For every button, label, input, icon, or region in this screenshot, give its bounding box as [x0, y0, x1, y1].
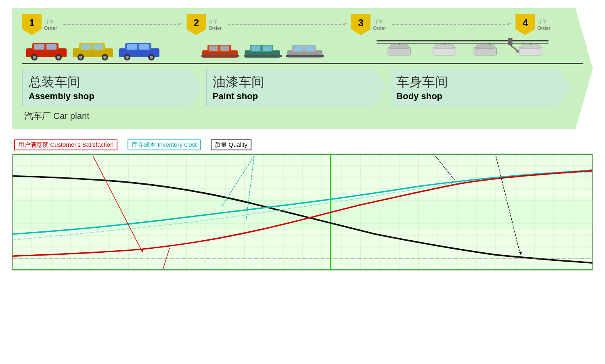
assembly-cars — [22, 38, 198, 60]
arrow-3: → — [392, 24, 510, 25]
chart-svg — [12, 154, 593, 270]
paint-shop-block: 油漆车间 Paint shop — [206, 69, 387, 106]
car-plant-section: 1 订单 Order → 2 订单 Order → — [12, 8, 593, 129]
svg-line-46 — [510, 45, 517, 50]
svg-point-5 — [33, 56, 36, 59]
svg-point-21 — [126, 56, 129, 59]
arrow-1: → — [63, 24, 181, 25]
legend-satisfaction: 用户满意度 Customer's Satisfaction — [14, 139, 117, 150]
car-blue — [117, 38, 161, 60]
body-shop-block: 车身车间 Body shop — [390, 69, 571, 106]
order-en-4: Order — [537, 25, 551, 31]
svg-rect-2 — [34, 44, 44, 50]
order-en-3: Order — [373, 25, 386, 31]
order-en-2: Order — [208, 25, 222, 31]
svg-rect-53 — [476, 45, 494, 49]
legend-inventory-label: 库存成本 Inventory Cost — [132, 141, 197, 149]
paint-car-1 — [200, 38, 241, 60]
main-container: 1 订单 Order → 2 订单 Order → — [0, 0, 605, 364]
svg-rect-55 — [521, 45, 540, 49]
order-label-4: 订单 Order — [537, 19, 551, 31]
orders-row: 1 订单 Order → 2 订单 Order → — [22, 14, 583, 35]
assembly-shop-en: Assembly shop — [29, 91, 197, 102]
svg-rect-26 — [209, 46, 218, 51]
arrow-2: → — [228, 24, 345, 25]
svg-rect-49 — [390, 45, 408, 49]
svg-point-13 — [79, 56, 82, 59]
paint-cars — [198, 38, 374, 60]
order-cn-3: 订单 — [373, 19, 386, 25]
body-shop-conveyor — [375, 38, 551, 60]
badge-group-3: 3 订单 Order — [351, 14, 386, 35]
legend-inventory: 库存成本 Inventory Cost — [128, 139, 201, 150]
svg-point-23 — [150, 56, 153, 59]
legend-satisfaction-label: 用户满意度 Customer's Satisfaction — [18, 141, 113, 149]
svg-rect-32 — [263, 46, 272, 51]
svg-rect-19 — [139, 44, 149, 50]
order-label-1: 订单 Order — [44, 19, 57, 31]
body-shop-cn: 车身车间 — [396, 73, 564, 91]
body-shop-en: Body shop — [396, 91, 564, 102]
badge-4: 4 — [515, 14, 535, 35]
svg-rect-38 — [286, 55, 324, 57]
legend-quality-label: 质量 Quality — [215, 141, 247, 149]
car-red — [24, 38, 69, 60]
order-cn-1: 订单 — [44, 19, 57, 25]
legend-quality: 质量 Quality — [211, 139, 251, 150]
car-plant-label: 汽车厂 Car plant — [22, 110, 583, 122]
badge-group-1: 1 订单 Order — [22, 14, 57, 35]
svg-rect-11 — [93, 44, 103, 50]
assembly-shop-cn: 总装车间 — [29, 73, 197, 91]
svg-rect-28 — [201, 55, 239, 57]
svg-rect-27 — [220, 46, 229, 51]
conveyor-svg — [377, 38, 548, 60]
svg-rect-45 — [508, 38, 512, 45]
assembly-shop-block: 总装车间 Assembly shop — [22, 69, 203, 106]
order-cn-4: 订单 — [537, 19, 551, 25]
order-en-1: Order — [44, 25, 57, 31]
paint-car-3 — [285, 38, 325, 60]
order-cn-2: 订单 — [208, 19, 222, 25]
svg-rect-36 — [294, 46, 303, 51]
paint-shop-en: Paint shop — [213, 91, 381, 102]
svg-point-7 — [57, 56, 60, 59]
svg-rect-33 — [244, 55, 282, 57]
badge-1: 1 — [22, 14, 42, 35]
cars-row — [22, 38, 583, 64]
svg-rect-18 — [127, 44, 137, 50]
order-label-3: 订单 Order — [373, 19, 386, 31]
paint-shop-cn: 油漆车间 — [213, 73, 381, 91]
badge-group-2: 2 订单 Order — [186, 14, 222, 35]
shops-row: 总装车间 Assembly shop 油漆车间 Paint shop 车身车间 … — [22, 69, 583, 106]
order-label-2: 订单 Order — [208, 19, 222, 31]
badge-2: 2 — [186, 14, 206, 35]
legend-row: 用户满意度 Customer's Satisfaction 库存成本 Inven… — [12, 139, 593, 150]
svg-rect-51 — [435, 45, 454, 49]
chart-section: 用户满意度 Customer's Satisfaction 库存成本 Inven… — [12, 139, 593, 270]
svg-rect-31 — [251, 46, 260, 51]
svg-rect-3 — [46, 44, 57, 50]
svg-rect-10 — [81, 44, 91, 50]
svg-rect-37 — [305, 46, 314, 51]
car-yellow — [71, 38, 115, 60]
badge-group-4: 4 订单 Order — [515, 14, 551, 35]
paint-car-2 — [243, 38, 283, 60]
svg-point-15 — [103, 56, 107, 59]
badge-3: 3 — [351, 14, 371, 35]
